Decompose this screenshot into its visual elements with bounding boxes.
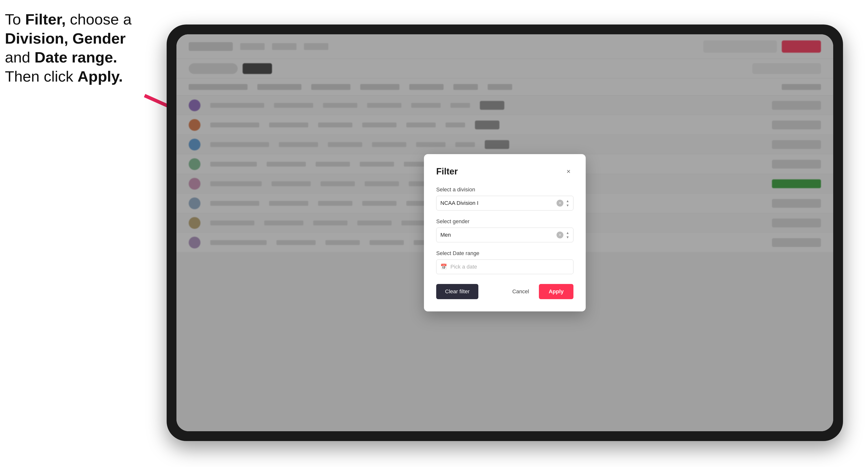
date-form-group: Select Date range 📅 Pick a date bbox=[436, 250, 574, 274]
clear-filter-button[interactable]: Clear filter bbox=[436, 284, 478, 299]
date-label: Select Date range bbox=[436, 250, 574, 256]
modal-close-button[interactable]: × bbox=[564, 166, 574, 177]
modal-title: Filter bbox=[436, 166, 458, 177]
division-select[interactable]: NCAA Division I × ▲▼ bbox=[436, 196, 574, 211]
filter-modal: Filter × Select a division NCAA Division… bbox=[424, 154, 586, 311]
division-value: NCAA Division I bbox=[440, 200, 557, 206]
date-placeholder: Pick a date bbox=[451, 263, 477, 270]
instruction-line3: and Date range. bbox=[5, 49, 117, 66]
gender-select[interactable]: Men × ▲▼ bbox=[436, 228, 574, 242]
instruction-line4: Then click Apply. bbox=[5, 68, 123, 85]
tablet-device: Filter × Select a division NCAA Division… bbox=[167, 25, 843, 441]
division-label: Select a division bbox=[436, 186, 574, 193]
gender-value: Men bbox=[440, 232, 557, 238]
apply-button[interactable]: Apply bbox=[539, 284, 574, 299]
gender-arrows-icon: ▲▼ bbox=[566, 231, 569, 239]
cancel-button[interactable]: Cancel bbox=[506, 284, 535, 299]
gender-label: Select gender bbox=[436, 218, 574, 225]
modal-footer: Clear filter Cancel Apply bbox=[436, 284, 574, 299]
instruction-panel: To Filter, choose a Division, Gender and… bbox=[5, 10, 147, 86]
gender-form-group: Select gender Men × ▲▼ bbox=[436, 218, 574, 242]
modal-overlay: Filter × Select a division NCAA Division… bbox=[177, 34, 833, 431]
tablet-screen: Filter × Select a division NCAA Division… bbox=[177, 34, 833, 431]
modal-header: Filter × bbox=[436, 166, 574, 177]
calendar-icon: 📅 bbox=[440, 263, 447, 270]
gender-clear-icon[interactable]: × bbox=[557, 231, 563, 239]
division-clear-icon[interactable]: × bbox=[557, 200, 563, 207]
instruction-line1: To Filter, choose a bbox=[5, 11, 132, 28]
instruction-bold2: Division, Gender bbox=[5, 30, 126, 47]
division-arrows-icon: ▲▼ bbox=[566, 199, 569, 207]
date-range-input[interactable]: 📅 Pick a date bbox=[436, 259, 574, 274]
division-form-group: Select a division NCAA Division I × ▲▼ bbox=[436, 186, 574, 211]
